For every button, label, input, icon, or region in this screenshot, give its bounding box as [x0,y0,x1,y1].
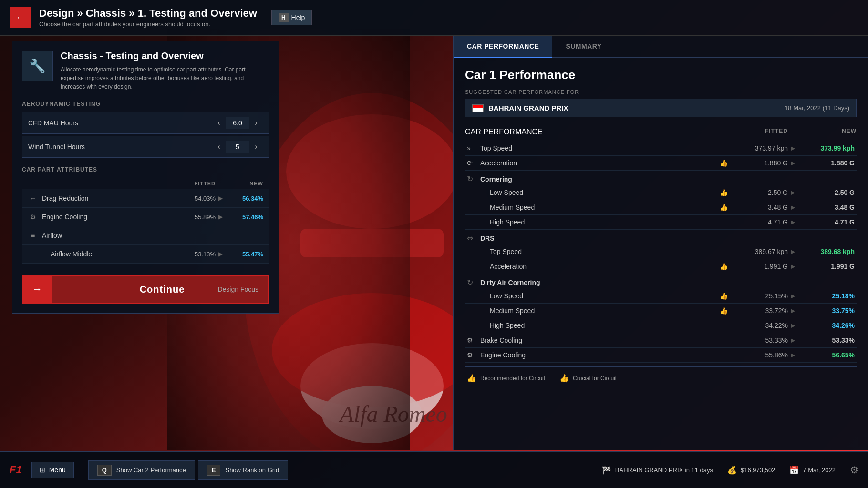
menu-label: Menu [49,466,66,474]
money-value: $16,973,502 [741,467,775,474]
menu-button[interactable]: ⊞ Menu [31,462,74,478]
dirty-med-new: 33.75% [797,307,855,315]
header: ← Design » Chassis » 1. Testing and Over… [0,0,868,36]
dirty-high-label: High Speed [490,322,721,329]
gp-status: 🏁 BAHRAIN GRAND PRIX in 11 days [602,466,713,475]
grand-prix-row: BAHRAIN GRAND PRIX 18 Mar, 2022 (11 Days… [465,99,857,117]
drs-acc-fitted: 1.991 G [731,263,788,270]
cornering-med-fitted: 3.48 G [731,203,788,211]
svg-point-5 [322,386,422,443]
cornering-low-new: 2.50 G [797,189,855,196]
cornering-low-speed-row: Low Speed 👍 2.50 G ▶ 2.50 G [465,185,857,200]
cfd-decrement[interactable]: ‹ [212,116,226,130]
gp-date: 18 Mar, 2022 (11 Days) [785,104,849,112]
help-label: Help [291,14,305,21]
drag-reduction-fitted: 54.03% [177,195,216,202]
show-car2-button[interactable]: Q Show Car 2 Performance [88,460,195,480]
drs-top-speed-row: Top Speed 389.67 kph ▶ 389.68 kph [465,244,857,259]
attr-name-col-header [28,181,177,186]
gp-name: BAHRAIN GRAND PRIX [472,104,568,112]
money-icon: 💰 [727,466,737,475]
drag-reduction-new: 56.34% [225,195,263,202]
date-status: 📅 7 Mar, 2022 [789,466,836,475]
drs-top-arrow: ▶ [788,248,797,255]
rank-label: Show Rank on Grid [225,467,279,474]
gp-status-icon: 🏁 [602,466,611,475]
wind-increment[interactable]: › [249,140,263,153]
dirty-low-label: Low Speed [490,292,720,300]
right-engine-cooling-arrow: ▶ [788,352,797,358]
drs-top-label: Top Speed [490,248,721,255]
wind-decrement[interactable]: ‹ [212,140,226,153]
engine-cooling-row: ⚙ Engine Cooling 55.89% ▶ 57.46% [22,208,269,226]
drs-top-fitted: 389.67 kph [731,248,788,255]
cornering-high-new: 4.71 G [797,218,855,226]
back-icon: ← [16,13,24,22]
menu-grid-icon: ⊞ [40,466,45,474]
airflow-middle-arrow: ▶ [216,251,225,257]
cornering-high-label: High Speed [490,218,721,226]
left-panel: 🔧 Chassis - Testing and Overview Allocat… [12,41,279,314]
tab-summary[interactable]: SUMMARY [552,36,615,57]
cornering-high-fitted: 4.71 G [731,218,788,226]
drs-acceleration-row: Acceleration 👍 1.991 G ▶ 1.991 G [465,259,857,274]
drs-acc-new: 1.991 G [797,263,855,270]
money-status: 💰 $16,973,502 [727,466,775,475]
engine-cooling-fitted: 55.89% [177,214,216,221]
dirty-low-thumb: 👍 [720,292,728,300]
right-tab-bar: CAR PERFORMANCE SUMMARY [454,36,868,58]
cornering-low-arrow: ▶ [788,189,797,196]
right-engine-cooling-new: 56.65% [797,351,855,359]
drag-reduction-label: Drag Reduction [42,194,177,202]
cornering-high-arrow: ▶ [788,219,797,225]
dirty-med-arrow: ▶ [788,307,797,314]
wind-label: Wind Tunnel Hours [28,143,212,151]
perf-new-col: NEW [799,128,857,136]
crucial-icon: 👍 [559,374,569,383]
panel-header: 🔧 Chassis - Testing and Overview Allocat… [22,51,269,91]
cornering-high-speed-row: High Speed 4.71 G ▶ 4.71 G [465,215,857,230]
car2-label: Show Car 2 Performance [116,467,186,474]
help-button[interactable]: H Help [271,10,312,25]
attr-table-header: FITTED NEW [22,178,269,189]
svg-text:Alfa Romeo: Alfa Romeo [339,401,447,427]
airflow-icon: ≡ [28,230,38,241]
cfd-increment[interactable]: › [249,116,263,130]
acceleration-arrow: ▶ [788,160,797,166]
cornering-low-fitted: 2.50 G [731,189,788,196]
crucial-label: Crucial for Circuit [573,375,617,382]
brake-cooling-fitted: 53.33% [731,336,788,344]
attr-section-header: CAR PART ATTRIBUTES [22,166,269,173]
breadcrumb-area: Design » Chassis » 1. Testing and Overvi… [39,7,257,28]
cornering-med-speed-row: Medium Speed 👍 3.48 G ▶ 3.48 G [465,200,857,215]
engine-cooling-arrow: ▶ [216,214,225,220]
svg-point-3 [272,293,472,407]
bottom-right-status: 🏁 BAHRAIN GRAND PRIX in 11 days 💰 $16,97… [602,464,858,476]
acceleration-label: Acceleration [480,159,720,167]
cornering-label: Cornering [480,175,855,183]
show-rank-button[interactable]: E Show Rank on Grid [198,460,288,480]
dirty-med-row: Medium Speed 👍 33.72% ▶ 33.75% [465,304,857,318]
attr-fitted-col-header: FITTED [177,181,216,186]
airflow-middle-row: Airflow Middle 53.13% ▶ 55.47% [22,245,269,264]
back-button[interactable]: ← [10,7,31,28]
car2-key: Q [97,465,112,476]
cornering-med-thumb: 👍 [720,203,728,211]
svg-rect-4 [300,229,444,257]
airflow-middle-icon [36,249,47,259]
dirty-low-fitted: 25.15% [731,292,788,300]
acceleration-thumb: 👍 [720,159,728,167]
top-speed-icon: » [467,144,480,152]
tab-car-performance[interactable]: CAR PERFORMANCE [454,36,552,58]
bahrain-flag [472,104,484,112]
continue-button[interactable]: → Continue Design Focus [22,275,269,304]
panel-icon: 🔧 [22,51,53,81]
acceleration-row: ⟳ Acceleration 👍 1.880 G ▶ 1.880 G [465,156,857,171]
settings-button[interactable]: ⚙ [850,464,858,476]
brake-cooling-row: ⚙ Brake Cooling 53.33% ▶ 53.33% [465,333,857,348]
drs-header: ⇔ DRS [465,230,857,244]
dirty-air-label: Dirty Air Cornering [480,279,855,286]
top-speed-label: Top Speed [480,144,731,152]
airflow-label: Airflow [42,232,177,239]
dirty-high-row: High Speed 34.22% ▶ 34.26% [465,318,857,333]
